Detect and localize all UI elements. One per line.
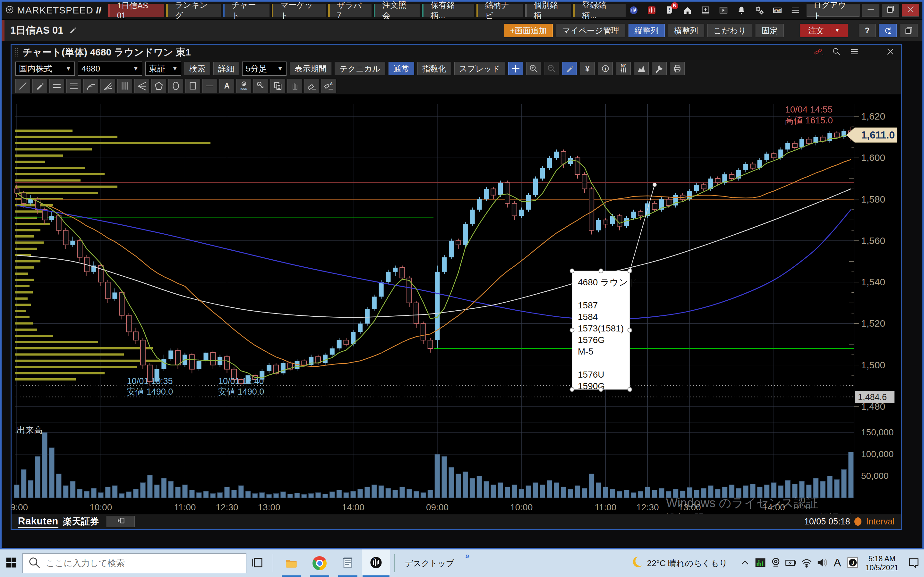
draw-text-a-button[interactable]: A	[220, 79, 234, 93]
start-button[interactable]	[0, 550, 23, 577]
zoom-out-button[interactable]	[544, 62, 559, 75]
draw-ellipse-button[interactable]	[168, 79, 183, 93]
tray-hidden-icons[interactable]	[737, 550, 753, 577]
draw-hseg-button[interactable]	[202, 79, 217, 93]
draw-pentagon-button[interactable]	[152, 79, 166, 93]
workspace-button-6[interactable]: 固定	[756, 24, 784, 37]
tab-10[interactable]: 登録銘柄...	[573, 4, 626, 17]
yen-display-button[interactable]: ¥	[580, 62, 595, 75]
code-select[interactable]: 4680▼	[78, 61, 142, 76]
settings-wrench-button[interactable]	[652, 62, 667, 75]
workspace-button-1[interactable]: +画面追加	[504, 24, 553, 37]
panel-expand-button[interactable]	[107, 516, 135, 527]
chart-window-titlebar[interactable]: チャート(単体) 4680 ラウンドワン 東1 1	[11, 45, 901, 60]
tray-battery[interactable]	[783, 550, 799, 577]
crosshair-tool-button[interactable]	[508, 62, 523, 75]
top-add-window-button[interactable]	[700, 5, 711, 16]
draw-pointer-drop-button[interactable]	[254, 79, 268, 93]
taskbar-app-notepad[interactable]	[334, 550, 362, 577]
tray-led-chart[interactable]	[753, 550, 768, 577]
top-bell-button[interactable]	[736, 5, 747, 16]
draw-icon-stamp-button[interactable]: ICON	[236, 79, 251, 93]
top-chart-square-button[interactable]	[646, 5, 657, 16]
tab-8[interactable]: 銘柄ナビ	[477, 4, 523, 17]
chart-search-button[interactable]	[832, 47, 841, 58]
top-menu-button[interactable]	[790, 5, 801, 16]
draw-copy-button[interactable]	[270, 79, 285, 93]
chart-style-button[interactable]	[634, 62, 649, 75]
mode-normal-button[interactable]: 通常	[389, 62, 414, 75]
workspace-button-3[interactable]: 縦整列	[628, 24, 665, 37]
tab-4[interactable]: マーケット	[272, 4, 326, 17]
search-input[interactable]	[45, 558, 226, 569]
tab-1[interactable]: 1日信AS 01	[108, 4, 164, 17]
draw-eraser-a-button[interactable]: A	[321, 79, 336, 93]
tray-ime-mode[interactable]: A	[830, 550, 845, 577]
top-chart-circle-button[interactable]	[628, 5, 639, 16]
chart-link-red-button[interactable]: 1	[814, 47, 823, 58]
draw-hlines2-button[interactable]	[49, 79, 64, 93]
edit-workspace-icon[interactable]	[68, 25, 78, 36]
chart-menu-button[interactable]	[850, 47, 859, 58]
help-button[interactable]: ?	[859, 24, 876, 37]
tab-6[interactable]: 注文照会	[374, 4, 420, 17]
tray-camera[interactable]	[768, 550, 783, 577]
workspace-button-2[interactable]: マイページ管理	[556, 24, 625, 37]
weather-widget[interactable]: 22°C 晴れのちくもり	[630, 555, 737, 572]
exchange-select[interactable]: 東証▼	[145, 61, 181, 76]
mode-spread-button[interactable]: スプレッド	[454, 62, 505, 75]
workspace-button-4[interactable]: 横整列	[668, 24, 704, 37]
top-settings-gears-button[interactable]	[754, 5, 765, 16]
draw-line-button[interactable]	[15, 79, 30, 93]
drag-grip[interactable]	[15, 47, 19, 57]
top-web-button[interactable]: WEB	[772, 5, 783, 16]
order-button[interactable]: 注文▼	[800, 24, 848, 37]
restore-button[interactable]	[882, 4, 899, 17]
mode-index-button[interactable]: 指数化	[417, 62, 451, 75]
tab-2[interactable]: ランキング	[166, 4, 221, 17]
tray-wifi[interactable]	[799, 550, 814, 577]
period-button[interactable]: 表示期間	[290, 62, 331, 75]
desktop-toolbar[interactable]: デスクトップ »	[399, 550, 461, 577]
draw-fan-button[interactable]	[100, 79, 115, 93]
logout-button[interactable]: ログアウト	[806, 4, 859, 17]
window-restore-button[interactable]	[900, 24, 918, 37]
chart-duplicate-button[interactable]	[867, 47, 877, 58]
task-view-button[interactable]	[246, 550, 269, 577]
order-dropdown-icon[interactable]: ▼	[830, 27, 840, 33]
draw-eraser-button[interactable]	[304, 79, 319, 93]
top-home-button[interactable]	[682, 5, 693, 16]
taskbar-search[interactable]	[23, 553, 246, 573]
draw-rect-button[interactable]	[186, 79, 200, 93]
price-volume-chart[interactable]: 1,4801,5001,5201,5401,5601,5801,6001,620…	[11, 95, 901, 529]
tab-9[interactable]: 個別銘柄	[525, 4, 571, 17]
taskbar-app-marketspeed[interactable]: R	[362, 550, 390, 577]
my-settings-button[interactable]: MY	[616, 62, 631, 75]
draw-hlines3-button[interactable]	[66, 79, 81, 93]
search-button[interactable]: 検索	[184, 62, 210, 75]
tray-volume[interactable]	[814, 550, 830, 577]
taskbar-app-explorer[interactable]	[277, 550, 305, 577]
minimize-button[interactable]	[862, 4, 879, 17]
draw-tool-button[interactable]	[562, 62, 577, 75]
taskbar-clock[interactable]: 5:18 AM 10/5/2021	[861, 550, 903, 577]
market-select[interactable]: 国内株式▼	[15, 61, 75, 76]
draw-hand-button[interactable]	[288, 79, 302, 93]
draw-pencil-button[interactable]	[32, 79, 47, 93]
tab-3[interactable]: チャート	[223, 4, 270, 17]
close-button[interactable]	[902, 4, 919, 17]
detail-button[interactable]: 詳細	[213, 62, 239, 75]
action-center-button[interactable]	[903, 550, 924, 577]
zoom-in-button[interactable]	[526, 62, 541, 75]
link-mode-button[interactable]	[879, 24, 897, 37]
top-panel-toggle-button[interactable]	[718, 5, 729, 16]
tab-5[interactable]: ザラバ7	[328, 4, 372, 17]
workspace-button-5[interactable]: こだわり	[708, 24, 752, 37]
info-button[interactable]: i	[598, 62, 613, 75]
technical-button[interactable]: テクニカル	[334, 62, 385, 75]
print-button[interactable]	[670, 62, 685, 75]
draw-vlines-button[interactable]	[118, 79, 132, 93]
top-alert-button[interactable]: !N	[664, 5, 675, 16]
draw-pitchfork-button[interactable]	[134, 79, 149, 93]
draw-arcs-button[interactable]	[83, 79, 98, 93]
